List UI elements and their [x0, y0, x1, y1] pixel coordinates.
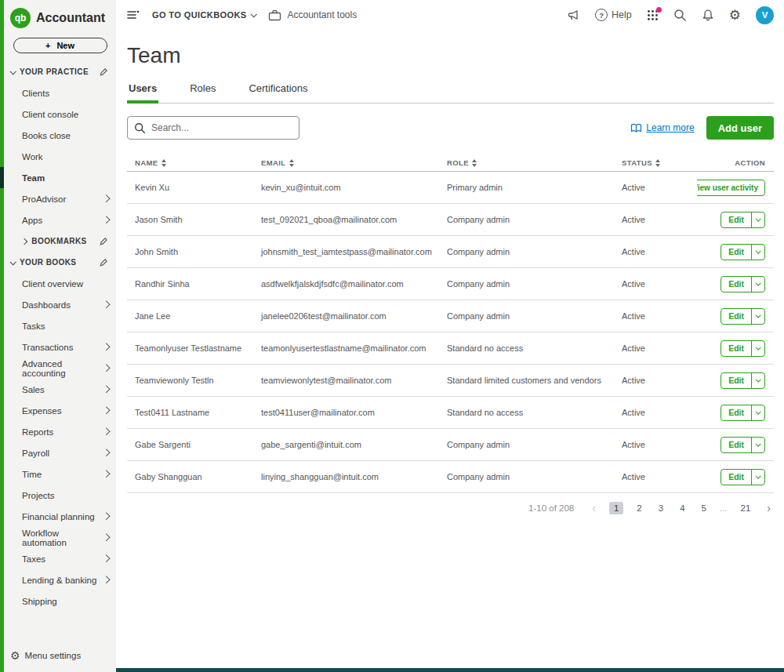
sidebar-item-financial-planning[interactable]: Financial planning: [4, 506, 116, 527]
column-header-email[interactable]: EMAIL: [253, 158, 439, 167]
accountant-tools-button[interactable]: Accountant tools: [268, 9, 357, 21]
user-status: Active: [614, 376, 697, 385]
chevron-down-icon: [251, 11, 257, 17]
sidebar-item-books-close[interactable]: Books close: [4, 125, 116, 146]
chevron-right-icon: [102, 470, 109, 478]
sidebar-item-taxes[interactable]: Taxes: [4, 548, 116, 569]
column-header-status[interactable]: STATUS: [614, 158, 697, 167]
pagination-next-button[interactable]: ›: [764, 500, 774, 516]
sidebar-item-tasks[interactable]: Tasks: [4, 315, 116, 336]
chevron-right-icon: [102, 365, 109, 372]
sidebar-item-clients[interactable]: Clients: [4, 82, 116, 104]
pagination-page-2[interactable]: 2: [633, 502, 644, 514]
edit-dropdown-button[interactable]: [751, 212, 764, 227]
sidebar-item-expenses[interactable]: Expenses: [4, 400, 116, 421]
edit-dropdown-button[interactable]: [751, 373, 764, 388]
edit-button[interactable]: Edit: [721, 277, 751, 292]
tab-certifications[interactable]: Certifications: [247, 78, 309, 104]
menu-settings-button[interactable]: ⚙ Menu settings: [4, 650, 116, 672]
table-header-row: NAME EMAIL ROLE STATUS: [127, 154, 774, 172]
sidebar-item-label: Work: [22, 152, 43, 162]
edit-dropdown-button[interactable]: [751, 341, 764, 356]
edit-pencil-icon[interactable]: [99, 258, 108, 267]
search-icon[interactable]: [673, 9, 687, 22]
pagination-prev-button[interactable]: ‹: [589, 500, 599, 516]
sidebar-item-work[interactable]: Work: [4, 146, 116, 167]
brand-logo[interactable]: qb Accountant: [4, 0, 116, 33]
edit-button[interactable]: Edit: [721, 245, 751, 260]
edit-button[interactable]: Edit: [721, 405, 751, 420]
sidebar: qb Accountant + New YOUR PRACTICE Client…: [0, 0, 116, 672]
new-button[interactable]: + New: [13, 38, 107, 53]
edit-dropdown-button[interactable]: [751, 277, 764, 292]
tab-users[interactable]: Users: [127, 78, 158, 104]
chevron-right-icon: [102, 386, 109, 393]
apps-grid-icon[interactable]: [647, 9, 659, 21]
sidebar-item-apps[interactable]: Apps: [4, 209, 116, 231]
sidebar-item-label: Sales: [22, 385, 45, 394]
learn-more-link[interactable]: Learn more: [630, 122, 694, 133]
edit-split-button: Edit: [720, 405, 765, 421]
tab-roles[interactable]: Roles: [188, 78, 217, 104]
column-header-name[interactable]: NAME: [127, 158, 253, 167]
sidebar-item-proadvisor[interactable]: ProAdvisor: [4, 188, 116, 209]
sidebar-item-reports[interactable]: Reports: [4, 421, 116, 442]
edit-button[interactable]: Edit: [721, 438, 751, 452]
hamburger-menu-icon[interactable]: [126, 9, 140, 20]
sidebar-item-sales[interactable]: Sales: [4, 379, 116, 400]
edit-button[interactable]: Edit: [721, 212, 751, 227]
table-row: Jane Lee janelee0206test@mailinator.com …: [127, 300, 774, 332]
edit-pencil-icon[interactable]: [99, 237, 108, 246]
user-name: Gaby Shangguan: [127, 472, 253, 481]
user-email: johnsmith_test_iamtestpass@mailinator.co…: [253, 247, 439, 256]
team-page: Team Users Roles Certifications: [116, 30, 784, 516]
sidebar-item-payroll[interactable]: Payroll: [4, 442, 116, 463]
edit-dropdown-button[interactable]: [751, 309, 764, 324]
bell-icon[interactable]: [702, 9, 714, 22]
sidebar-section-bookmarks[interactable]: BOOKMARKS: [4, 231, 116, 252]
pagination-page-21[interactable]: 21: [738, 502, 754, 514]
sidebar-item-label: Financial planning: [22, 512, 95, 521]
sidebar-item-lending-banking[interactable]: Lending & banking: [4, 569, 116, 590]
sidebar-item-client-console[interactable]: Client console: [4, 104, 116, 125]
pagination-page-3[interactable]: 3: [655, 502, 666, 514]
edit-button[interactable]: Edit: [721, 470, 751, 485]
edit-button[interactable]: Edit: [721, 309, 751, 324]
pagination-page-1[interactable]: 1: [609, 502, 623, 514]
user-status: Active: [614, 440, 697, 449]
edit-dropdown-button[interactable]: [751, 245, 764, 260]
sidebar-item-team[interactable]: Team: [4, 167, 116, 188]
avatar[interactable]: V: [756, 6, 774, 24]
pagination-page-5[interactable]: 5: [699, 502, 710, 514]
column-header-role[interactable]: ROLE: [439, 158, 614, 167]
sidebar-item-dashboards[interactable]: Dashboards: [4, 294, 116, 315]
edit-button[interactable]: Edit: [721, 341, 751, 356]
edit-dropdown-button[interactable]: [751, 405, 764, 420]
megaphone-icon[interactable]: [567, 9, 580, 21]
table-row: Gabe Sargenti gabe_sargenti@intuit.com C…: [127, 429, 774, 461]
sidebar-section-your-practice[interactable]: YOUR PRACTICE: [4, 61, 116, 82]
add-user-button[interactable]: Add user: [706, 116, 774, 140]
go-to-quickbooks-dropdown[interactable]: GO TO QUICKBOOKS: [152, 10, 256, 20]
user-name: Jason Smith: [127, 215, 253, 224]
sidebar-item-workflow-automation[interactable]: Workflow automation: [4, 527, 116, 548]
gear-icon[interactable]: ⚙: [729, 9, 741, 22]
edit-dropdown-button[interactable]: [751, 438, 764, 452]
pagination-page-4[interactable]: 4: [677, 502, 688, 514]
sidebar-item-transactions[interactable]: Transactions: [4, 336, 116, 358]
search-input[interactable]: [151, 122, 292, 133]
user-status: Active: [614, 247, 697, 256]
sidebar-item-advanced-accounting[interactable]: Advanced accounting: [4, 358, 116, 379]
sidebar-item-projects[interactable]: Projects: [4, 485, 116, 506]
help-button[interactable]: ? Help: [595, 9, 632, 21]
view-user-activity-button[interactable]: View user activity: [697, 180, 765, 196]
edit-dropdown-button[interactable]: [751, 470, 764, 485]
edit-button[interactable]: Edit: [721, 373, 751, 388]
user-role: Standard limited customers and vendors: [439, 376, 614, 385]
sidebar-item-time[interactable]: Time: [4, 463, 116, 485]
sidebar-item-client-overview[interactable]: Client overview: [4, 273, 116, 294]
sidebar-section-your-books[interactable]: YOUR BOOKS: [4, 252, 116, 273]
user-name: Test0411 Lastname: [127, 408, 253, 417]
edit-pencil-icon[interactable]: [99, 67, 108, 77]
sidebar-item-shipping[interactable]: Shipping: [4, 590, 116, 612]
